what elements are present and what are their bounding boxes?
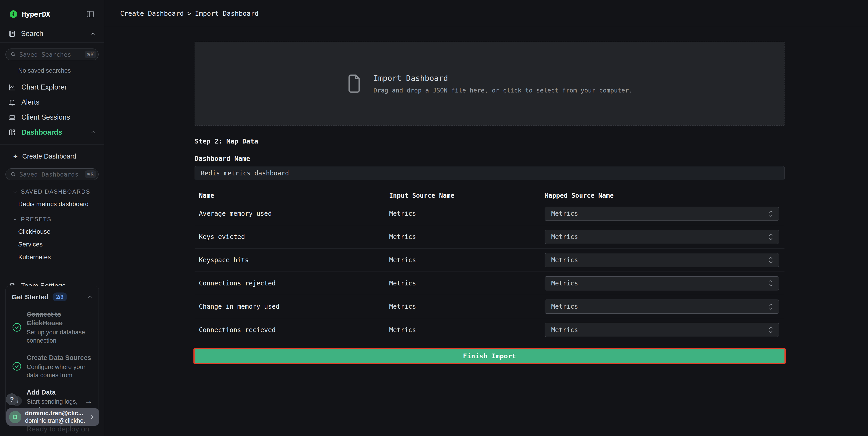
saved-dashboards-input[interactable]: Saved Dashboards ⌘K <box>5 168 98 180</box>
input-source-cell: Metrics <box>389 326 545 334</box>
get-started-title: Get Started <box>11 293 49 301</box>
dashboard-name-label: Dashboard Name <box>194 155 784 163</box>
search-section-header[interactable]: Search <box>0 30 104 38</box>
app-title: HyperDX <box>22 10 50 18</box>
select-chevrons-icon <box>768 280 773 287</box>
get-started-header[interactable]: Get Started 2/3 <box>11 292 93 301</box>
mapped-source-value: Metrics <box>551 256 578 264</box>
get-started-item-title: Create Data Sources <box>27 353 93 362</box>
divider <box>0 144 104 145</box>
check-circle-icon <box>12 322 22 332</box>
mapped-source-select[interactable]: Metrics <box>545 323 779 337</box>
bell-icon <box>8 98 16 106</box>
mapped-source-value: Metrics <box>551 280 578 287</box>
saved-dashboards-group-header[interactable]: SAVED DASHBOARDS <box>13 188 104 195</box>
saved-dashboard-link[interactable]: Redis metrics dashboard <box>18 200 104 208</box>
input-source-cell: Metrics <box>389 303 545 310</box>
json-dropzone[interactable]: Import Dashboard Drag and drop a JSON fi… <box>194 42 784 125</box>
sidebar-collapse-button[interactable] <box>86 9 95 19</box>
sidebar-nav: Chart Explorer Alerts Client Sessions <box>0 80 104 140</box>
breadcrumb: Create Dashboard > Import Dashboard <box>104 0 868 27</box>
mapped-source-select[interactable]: Metrics <box>545 207 779 221</box>
dashboard-name-input[interactable] <box>194 166 784 180</box>
select-chevrons-icon <box>768 326 773 334</box>
mapped-source-value: Metrics <box>551 233 578 240</box>
table-row: Change in memory used Metrics Metrics <box>194 295 784 318</box>
get-started-item-connect[interactable]: Connect to ClickHouse Set up your databa… <box>11 310 93 345</box>
select-chevrons-icon <box>768 256 773 264</box>
chart-explorer-icon <box>8 83 16 91</box>
saved-dashboards-placeholder: Saved Dashboards <box>19 171 82 178</box>
sidebar-item-client-sessions[interactable]: Client Sessions <box>0 110 104 125</box>
breadcrumb-separator: > <box>187 9 191 17</box>
mapped-source-cell: Metrics <box>545 299 784 314</box>
mapped-source-cell: Metrics <box>545 230 784 244</box>
sidebar-item-chart-explorer[interactable]: Chart Explorer <box>0 80 104 95</box>
mapped-source-select[interactable]: Metrics <box>545 253 779 267</box>
file-icon <box>347 74 362 93</box>
column-header-input-source: Input Source Name <box>389 192 545 199</box>
input-source-cell: Metrics <box>389 210 545 217</box>
mapping-table: Name Input Source Name Mapped Source Nam… <box>194 189 784 342</box>
chevron-up-icon <box>90 129 96 135</box>
check-circle-icon <box>12 361 22 371</box>
search-icon <box>10 52 16 57</box>
get-started-item-sources[interactable]: Create Data Sources Configure where your… <box>11 353 93 379</box>
breadcrumb-import-dashboard[interactable]: Import Dashboard <box>195 9 258 17</box>
laptop-icon <box>8 113 16 121</box>
select-chevrons-icon <box>768 303 773 311</box>
saved-dashboards-group-label: SAVED DASHBOARDS <box>21 188 90 195</box>
mapped-source-cell: Metrics <box>545 276 784 290</box>
table-row: Keys evicted Metrics Metrics <box>194 225 784 249</box>
user-menu[interactable]: D dominic.tran@clic... dominic.tran@clic… <box>6 408 99 426</box>
finish-import-button[interactable]: Finish Import <box>194 349 784 363</box>
get-started-item-subtitle: Configure where your data comes from <box>27 363 93 379</box>
create-dashboard-button[interactable]: + Create Dashboard <box>0 150 104 163</box>
chevron-up-icon <box>90 31 96 36</box>
import-dashboard-page: Import Dashboard Drag and drop a JSON fi… <box>194 42 784 363</box>
mapped-source-select[interactable]: Metrics <box>545 299 779 314</box>
mapping-table-header: Name Input Source Name Mapped Source Nam… <box>194 189 784 202</box>
select-chevrons-icon <box>768 210 773 217</box>
breadcrumb-create-dashboard[interactable]: Create Dashboard <box>120 9 184 17</box>
column-header-mapped-source: Mapped Source Name <box>545 192 784 199</box>
sidebar-item-label: Client Sessions <box>21 113 70 121</box>
mapped-source-value: Metrics <box>551 326 578 334</box>
arrow-right-icon: → <box>83 396 93 406</box>
chart-name-cell: Average memory used <box>194 210 389 217</box>
table-row: Average memory used Metrics Metrics <box>194 202 784 225</box>
shortcut-badge: ⌘K <box>85 170 96 178</box>
chevron-down-icon <box>13 190 17 194</box>
sidebar-item-alerts[interactable]: Alerts <box>0 95 104 110</box>
saved-searches-placeholder: Saved Searches <box>19 51 82 58</box>
get-started-item-title: Add Data <box>27 388 79 397</box>
mapped-source-value: Metrics <box>551 303 578 310</box>
hyperdx-logo-icon <box>9 9 18 19</box>
saved-searches-input[interactable]: Saved Searches ⌘K <box>5 49 98 60</box>
sidebar: HyperDX Search Saved Searches ⌘K No save… <box>0 0 104 436</box>
shortcut-badge: ⌘K <box>85 51 96 58</box>
preset-link-clickhouse[interactable]: ClickHouse <box>18 228 104 235</box>
chart-name-cell: Change in memory used <box>194 303 389 310</box>
chevron-right-icon <box>89 414 95 420</box>
chart-name-cell: Connections rejected <box>194 280 389 287</box>
preset-link-kubernetes[interactable]: Kubernetes <box>18 254 104 261</box>
mapped-source-select[interactable]: Metrics <box>545 230 779 244</box>
input-source-cell: Metrics <box>389 233 545 240</box>
chevron-down-icon <box>13 217 17 222</box>
mapped-source-select[interactable]: Metrics <box>545 276 779 290</box>
help-button[interactable]: ? <box>6 394 18 405</box>
input-source-cell: Metrics <box>389 256 545 264</box>
step-label: Step 2: Map Data <box>194 137 784 145</box>
preset-link-services[interactable]: Services <box>18 241 104 248</box>
get-started-item-title: Connect to ClickHouse <box>27 310 93 327</box>
table-row: Keyspace hits Metrics Metrics <box>194 249 784 272</box>
create-dashboard-label: Create Dashboard <box>22 153 76 160</box>
user-email: dominic.tran@clickho... <box>25 417 85 425</box>
get-started-progress-badge: 2/3 <box>53 292 67 301</box>
get-started-card: Get Started 2/3 Connect to ClickHouse Se… <box>5 286 99 423</box>
presets-group-header[interactable]: PRESETS <box>13 216 104 223</box>
panel-toggle-icon <box>86 9 95 19</box>
sidebar-item-label: Chart Explorer <box>21 83 67 91</box>
sidebar-item-dashboards[interactable]: Dashboards <box>0 125 104 140</box>
